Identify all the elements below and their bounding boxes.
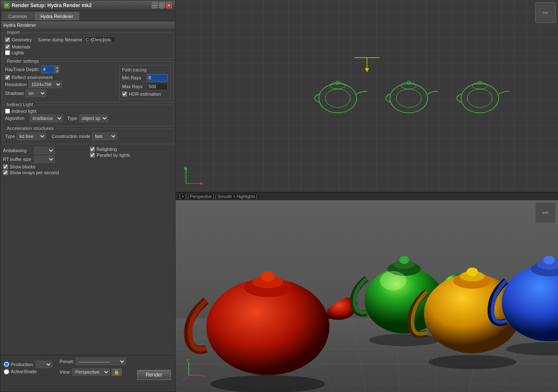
algorithm-select[interactable]: irradiance	[30, 115, 63, 122]
relighting-row: Relighting	[90, 147, 173, 152]
app-icon: H	[4, 3, 10, 8]
raytrace-up[interactable]: ▲	[55, 66, 59, 69]
rt-buffer-select[interactable]	[34, 155, 55, 163]
view-label: View:	[60, 369, 71, 374]
svg-point-6	[336, 81, 339, 84]
activeshade-radio[interactable]	[4, 369, 9, 374]
raytrace-value[interactable]	[41, 66, 55, 73]
scene-dump-input[interactable]	[84, 36, 115, 43]
lights-row: Lights	[5, 50, 171, 55]
reflect-env-row: Reflect environment	[5, 75, 115, 80]
resolution-row: Resolution 1024x768	[5, 81, 115, 88]
svg-text:z: z	[178, 382, 180, 387]
svg-point-51	[466, 267, 478, 276]
algorithm-row: Algorithm irradiance Type object sp	[5, 115, 171, 122]
misc-row1: Antialiasing RT buffer size	[3, 147, 173, 176]
indirect-light-inner: Indirect light Algorithm irradiance Type…	[5, 109, 171, 122]
bottom-viewport: edit	[176, 200, 558, 392]
parallel-lights-label: Parallel by lights	[97, 153, 130, 158]
main-layout: H Render Setup: Hydra Render mk2 — □ ✕ C…	[0, 0, 558, 392]
minimize-button[interactable]: —	[152, 3, 158, 8]
construction-label: Construction mode	[52, 134, 90, 139]
min-rays-input[interactable]	[147, 74, 168, 81]
accel-type-select[interactable]: kd tree	[17, 132, 46, 140]
svg-point-8	[396, 89, 421, 107]
panel-titlebar: H Render Setup: Hydra Render mk2 — □ ✕	[0, 0, 175, 11]
preset-view-group: Preset: -------------------- View: Persp…	[60, 358, 126, 377]
restore-button[interactable]: □	[159, 3, 165, 8]
lights-checkbox[interactable]	[5, 50, 10, 55]
raytrace-down[interactable]: ▼	[55, 69, 59, 73]
render-settings-label: Render settings	[5, 59, 41, 64]
svg-marker-2	[365, 68, 369, 72]
materials-checkbox[interactable]	[5, 44, 10, 49]
parallel-lights-row: Parallel by lights	[90, 153, 173, 158]
relighting-label: Relighting	[97, 147, 117, 152]
show-mrays-row: Show mrays per second	[3, 170, 86, 175]
render-button[interactable]: Render	[137, 370, 171, 380]
show-blocks-checkbox[interactable]	[3, 164, 8, 169]
hdr-label: HDR estimation	[129, 92, 161, 97]
antialiasing-select[interactable]	[34, 147, 55, 154]
shadows-select[interactable]: on	[25, 89, 46, 97]
indirect-light-checkbox[interactable]	[5, 109, 10, 114]
close-button[interactable]: ✕	[166, 3, 172, 8]
shadows-label: Shadows	[5, 91, 24, 96]
algorithm-label: Algorithm	[5, 116, 28, 121]
antialiasing-row: Antialiasing	[3, 147, 86, 154]
svg-point-52	[428, 355, 516, 369]
svg-point-56	[543, 256, 555, 265]
svg-text:x: x	[201, 181, 204, 186]
hdr-checkbox[interactable]	[122, 92, 127, 97]
reflect-env-checkbox[interactable]	[5, 75, 10, 80]
view-row: View: Perspective 🔒	[60, 368, 126, 376]
section-header: Hydra Renderer	[0, 21, 175, 29]
min-rays-row: Min Rays	[122, 74, 168, 81]
production-radio[interactable]	[4, 361, 9, 367]
parallel-lights-checkbox[interactable]	[90, 153, 95, 158]
geometry-checkbox[interactable]	[5, 37, 10, 42]
show-mrays-checkbox[interactable]	[3, 170, 8, 175]
import-group: Import Geometry Scene dump filename Mate…	[2, 33, 173, 59]
preset-select[interactable]: --------------------	[76, 358, 126, 365]
view-lock-button[interactable]: 🔒	[112, 369, 122, 376]
svg-text:x: x	[203, 373, 205, 378]
nav-cube-top: top	[535, 2, 556, 23]
bottom-viewport-menubar: [ + ] [ Perspective ] [ Smooth + Highlig…	[176, 193, 558, 200]
rt-buffer-row: RT buffer size	[3, 155, 86, 163]
max-rays-label: Max Rays	[122, 84, 145, 89]
tab-common[interactable]: Common	[2, 12, 33, 20]
production-select[interactable]	[36, 361, 52, 368]
rt-buffer-label: RT buffer size	[3, 157, 32, 162]
acceleration-group: Acceleration structures Type kd tree Con…	[2, 129, 173, 144]
type-select[interactable]: object sp	[79, 115, 108, 122]
production-label: Production	[11, 362, 33, 367]
show-mrays-label: Show mrays per second	[10, 170, 59, 175]
raytrace-row: RayTrace Depth: ▲ ▼	[5, 65, 115, 74]
render-settings-inner: RayTrace Depth: ▲ ▼ Reflect	[5, 65, 171, 99]
svg-point-10	[407, 81, 410, 84]
resolution-select[interactable]: 1024x768	[28, 81, 62, 88]
svg-text:y: y	[186, 357, 189, 362]
relighting-checkbox[interactable]	[90, 147, 95, 152]
max-rays-row: Max Rays	[122, 83, 168, 90]
bottom-row1: Production ActiveShade Preset: --	[4, 358, 172, 377]
construction-select[interactable]: fast	[92, 132, 117, 140]
max-rays-input[interactable]	[147, 83, 168, 90]
activeshade-label: ActiveShade	[11, 369, 37, 374]
materials-label: Materials	[12, 44, 31, 49]
svg-point-7	[390, 84, 428, 113]
lights-label: Lights	[12, 50, 24, 55]
preset-row: Preset: --------------------	[60, 358, 126, 365]
tab-hydra-renderer[interactable]: Hydra Renderer	[34, 12, 79, 20]
render-mode-group: Production ActiveShade	[4, 361, 52, 374]
render-setup-panel: H Render Setup: Hydra Render mk2 — □ ✕ C…	[0, 0, 176, 392]
axes-top: x y	[184, 167, 205, 188]
materials-row: Materials	[5, 44, 171, 49]
view-select[interactable]: Perspective	[72, 368, 110, 376]
render-left-col: RayTrace Depth: ▲ ▼ Reflect	[5, 65, 115, 99]
svg-point-40	[261, 271, 275, 282]
type-label: Type	[67, 116, 77, 121]
viewport-area: top	[176, 0, 558, 392]
shadows-row: Shadows on	[5, 89, 115, 97]
